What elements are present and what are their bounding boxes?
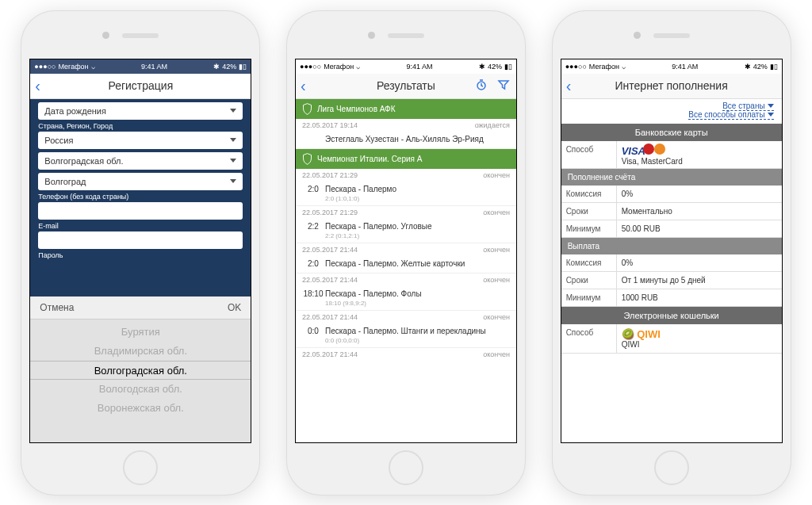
section-cards: Банковские карты: [561, 124, 782, 141]
back-button[interactable]: ‹: [35, 78, 40, 94]
screen-results: ●●●○○Мегафон⌵ 9:41 AM ✱42%▮▯ ‹ Результат…: [295, 59, 517, 443]
screen-payments: ●●●○○Мегафон⌵ 9:41 AM ✱42%▮▯ ‹ Интернет …: [561, 59, 783, 443]
status-bar: ●●●○○Мегафон⌵ 9:41 AM ✱42%▮▯: [561, 59, 782, 74]
table-row: СрокиОт 1 минуты до 5 дней: [561, 272, 782, 289]
picker-cancel[interactable]: Отмена: [40, 302, 74, 313]
phone-frame-1: ●●●○○Мегафон⌵ 9:41 AM ✱42%▮▯ ‹ Регистрац…: [21, 11, 259, 495]
list-item: 22.05.2017 19:14ожидается: [296, 119, 516, 132]
table-row: Способ VISA Visa, MasterCard: [561, 141, 782, 169]
phone-frame-3: ●●●○○Мегафон⌵ 9:41 AM ✱42%▮▯ ‹ Интернет …: [553, 11, 791, 495]
table-row: Комиссия0%: [561, 254, 782, 272]
navbar: ‹ Результаты: [296, 74, 516, 99]
picker-overlay: Отмена OK Бурятия Владимирская обл. Волг…: [30, 296, 251, 442]
table-row: Минимум50.00 RUB: [561, 220, 782, 238]
chevron-down-icon: [230, 138, 236, 142]
section-refill: Пополнение счёта: [561, 169, 782, 186]
battery-icon: ▮▯: [770, 63, 778, 71]
mastercard-logo: [643, 143, 654, 155]
payments-body[interactable]: Все страны Все способы оплаты Банковские…: [561, 99, 782, 442]
status-time: 9:41 AM: [672, 63, 698, 71]
picker-ok[interactable]: OK: [228, 302, 241, 313]
list-item[interactable]: 2:0Пескара - Палермо. Желтые карточки: [296, 256, 516, 274]
wifi-icon: ⌵: [356, 63, 360, 71]
filter-icon[interactable]: [497, 78, 510, 93]
phone-frame-2: ●●●○○Мегафон⌵ 9:41 AM ✱42%▮▯ ‹ Результат…: [287, 11, 525, 495]
status-bar: ●●●○○Мегафон⌵ 9:41 AM ✱42%▮▯: [30, 59, 251, 74]
chevron-down-icon: [230, 179, 236, 183]
page-title: Результаты: [377, 79, 435, 92]
qiwi-logo: 🥝 QIWI: [622, 328, 661, 340]
region-select[interactable]: Волгоградская обл.: [38, 152, 243, 170]
home-button[interactable]: [654, 450, 689, 485]
list-item[interactable]: Эстеглаль Хузестан - Аль-Хиляль Эр-Рияд: [296, 132, 516, 149]
city-select[interactable]: Волгоград: [38, 173, 243, 190]
section-payout: Выплата: [561, 238, 782, 254]
email-label: E-mail: [38, 222, 243, 230]
status-time: 9:41 AM: [141, 63, 167, 71]
battery-icon: ▮▯: [504, 63, 512, 71]
chevron-down-icon: [768, 104, 774, 108]
home-button[interactable]: [389, 450, 423, 485]
screen-registration: ●●●○○Мегафон⌵ 9:41 AM ✱42%▮▯ ‹ Регистрац…: [29, 59, 251, 443]
table-row: Комиссия0%: [561, 186, 782, 203]
dob-select[interactable]: Дата рождения: [38, 102, 243, 120]
list-item[interactable]: 2:2Пескара - Палермо. Угловые2:2 (0:1,2:…: [296, 219, 516, 243]
list-item[interactable]: 2:0Пескара - Палермо2:0 (1:0,1:0): [296, 182, 516, 206]
chevron-down-icon: [230, 159, 236, 163]
picker-wheel[interactable]: Бурятия Владимирская обл. Волгоградская …: [30, 319, 251, 418]
chevron-down-icon: [768, 113, 774, 117]
visa-logo: VISA: [622, 145, 645, 157]
shield-icon: [302, 153, 312, 165]
wifi-icon: ⌵: [622, 63, 626, 71]
back-button[interactable]: ‹: [566, 78, 572, 94]
email-input[interactable]: [38, 231, 243, 249]
bluetooth-icon: ✱: [479, 63, 485, 71]
country-select[interactable]: Россия: [38, 132, 243, 149]
bluetooth-icon: ✱: [213, 63, 220, 71]
shield-icon: [302, 103, 312, 115]
navbar: ‹ Регистрация: [30, 74, 251, 99]
navbar: ‹ Интернет пополнения: [561, 74, 782, 99]
status-time: 9:41 AM: [407, 63, 433, 71]
timer-icon[interactable]: [475, 78, 488, 93]
page-title: Регистрация: [108, 79, 173, 92]
bluetooth-icon: ✱: [745, 63, 751, 71]
status-bar: ●●●○○Мегафон⌵ 9:41 AM ✱42%▮▯: [296, 59, 516, 74]
table-row: Минимум1000 RUB: [561, 289, 782, 307]
table-row: СрокиМоментально: [561, 203, 782, 220]
battery-icon: ▮▯: [239, 63, 247, 71]
home-button[interactable]: [123, 450, 158, 485]
league-header[interactable]: Чемпионат Италии. Серия А: [296, 149, 516, 169]
phone-label: Телефон (без кода страны): [38, 193, 243, 201]
password-label: Пароль: [38, 251, 243, 259]
back-button[interactable]: ‹: [301, 78, 306, 94]
chevron-down-icon: [230, 109, 236, 113]
page-title: Интернет пополнения: [615, 79, 728, 92]
list-item[interactable]: 18:10Пескара - Палермо. Фолы18:10 (9:8,9…: [296, 286, 516, 311]
table-row: Способ 🥝 QIWI QIWI: [561, 324, 782, 354]
wifi-icon: ⌵: [91, 63, 95, 71]
league-header[interactable]: Лига Чемпионов АФК: [296, 99, 516, 119]
registration-form: Дата рождения Страна, Регион, Город Росс…: [30, 99, 251, 296]
list-item[interactable]: 0:0Пескара - Палермо. Штанги и переклади…: [296, 323, 516, 348]
phone-input[interactable]: [38, 202, 243, 220]
results-list[interactable]: Лига Чемпионов АФК 22.05.2017 19:14ожида…: [296, 99, 516, 442]
filter-method[interactable]: Все способы оплаты: [688, 110, 773, 120]
section-wallets: Электронные кошельки: [561, 307, 782, 324]
location-label: Страна, Регион, Город: [38, 122, 243, 130]
